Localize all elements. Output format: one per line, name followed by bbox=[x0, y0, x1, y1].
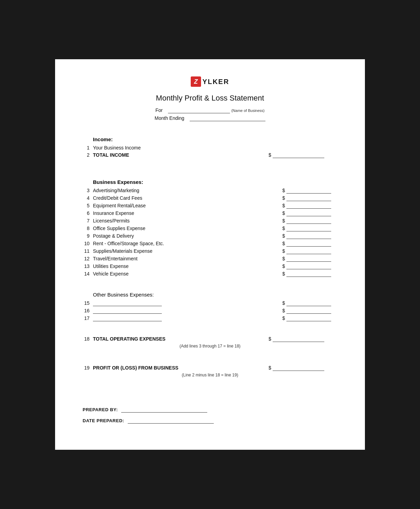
amount-field[interactable]: $ bbox=[282, 256, 337, 262]
line-row: 3 Advertising/Marketing $ bbox=[83, 188, 337, 194]
income-section: Income: 1 Your Business Income 2 TOTAL I… bbox=[83, 136, 337, 158]
other-expenses-section: Other Business Expenses: 15 $ 16 $ 17 $ bbox=[83, 292, 337, 321]
line-row: 13 Utilities Expense $ bbox=[83, 263, 337, 269]
line-label: Utilities Expense bbox=[93, 263, 282, 269]
line-number: 7 bbox=[83, 218, 93, 224]
line-row: 14 Vehicle Expense $ bbox=[83, 271, 337, 277]
amount-field[interactable]: $ bbox=[282, 218, 337, 224]
amount-field[interactable]: $ bbox=[282, 203, 337, 209]
line-number: 4 bbox=[83, 195, 93, 201]
line-label: Advertising/Marketing bbox=[93, 188, 282, 193]
business-name-field[interactable] bbox=[168, 107, 230, 113]
line19-note: (Line 2 minus line 18 = line 19) bbox=[83, 373, 337, 377]
line-row: 17 $ bbox=[83, 315, 337, 321]
line-label: Rent - Office/Storage Space, Etc. bbox=[93, 241, 282, 246]
footer-section: PREPARED BY: DATE PREPARED: bbox=[83, 407, 337, 424]
line-number: 18 bbox=[83, 336, 93, 342]
logo-z-icon: Z bbox=[191, 76, 201, 87]
line-number: 14 bbox=[83, 271, 93, 277]
profit-loss-field[interactable]: $ bbox=[269, 365, 337, 371]
line-row: 16 $ bbox=[83, 308, 337, 314]
line-label: Credit/Debit Card Fees bbox=[93, 195, 282, 201]
amount-field[interactable]: $ bbox=[282, 226, 337, 231]
month-ending-label: Month Ending bbox=[155, 115, 184, 121]
line-row: 1 Your Business Income bbox=[83, 145, 337, 150]
amount-field[interactable]: $ bbox=[282, 188, 337, 194]
line-number: 9 bbox=[83, 233, 93, 239]
line-label-blank[interactable] bbox=[93, 315, 282, 321]
total-operating-label: TOTAL OPERATING EXPENSES bbox=[93, 336, 269, 342]
dollar-sign: $ bbox=[269, 336, 271, 342]
line-label: TOTAL INCOME bbox=[93, 152, 269, 158]
amount-field[interactable]: $ bbox=[282, 195, 337, 201]
line-number: 3 bbox=[83, 188, 93, 193]
date-prepared-label: DATE PREPARED: bbox=[83, 418, 124, 423]
other-expenses-heading: Other Business Expenses: bbox=[93, 292, 337, 298]
line-row: 11 Supplies/Materials Expense $ bbox=[83, 248, 337, 254]
line-number: 10 bbox=[83, 241, 93, 246]
document-page: Z YLKER Monthly Profit & Loss Statement … bbox=[55, 59, 365, 450]
amount-field[interactable]: $ bbox=[282, 210, 337, 216]
date-prepared-field[interactable] bbox=[128, 418, 214, 424]
prepared-by-row: PREPARED BY: bbox=[83, 407, 337, 413]
line-row: 5 Equipment Rental/Lease $ bbox=[83, 203, 337, 209]
expenses-section: Business Expenses: 3 Advertising/Marketi… bbox=[83, 179, 337, 277]
line-number: 11 bbox=[83, 248, 93, 254]
prepared-by-field[interactable] bbox=[121, 407, 207, 413]
line-number: 6 bbox=[83, 210, 93, 216]
line-row: 9 Postage & Delivery $ bbox=[83, 233, 337, 239]
total-income-input[interactable] bbox=[273, 152, 324, 158]
line-label: Vehicle Expense bbox=[93, 271, 282, 277]
dollar-sign: $ bbox=[269, 152, 271, 158]
line18-note: (Add lines 3 through 17 = line 18) bbox=[83, 344, 337, 349]
profit-loss-label: PROFIT OR (LOSS) FROM BUSINESS bbox=[93, 365, 269, 371]
line-row: 8 Office Supplies Expense $ bbox=[83, 226, 337, 231]
line-number: 16 bbox=[83, 308, 93, 313]
line-number: 5 bbox=[83, 203, 93, 208]
amount-field[interactable]: $ bbox=[282, 263, 337, 269]
line-row: 6 Insurance Expense $ bbox=[83, 210, 337, 216]
total-operating-input[interactable] bbox=[273, 336, 324, 342]
brand-name: YLKER bbox=[202, 78, 229, 86]
line-number: 13 bbox=[83, 263, 93, 269]
line-label: Licenses/Permits bbox=[93, 218, 282, 224]
line-label-blank[interactable] bbox=[93, 308, 282, 314]
month-ending-field[interactable] bbox=[190, 115, 265, 121]
month-ending-line: Month Ending bbox=[83, 115, 337, 121]
logo-area: Z YLKER bbox=[83, 76, 337, 87]
amount-field[interactable]: $ bbox=[282, 300, 337, 306]
amount-field[interactable]: $ bbox=[282, 308, 337, 314]
profit-loss-section: 19 PROFIT OR (LOSS) FROM BUSINESS $ (Lin… bbox=[83, 365, 337, 377]
dollar-sign: $ bbox=[269, 365, 271, 371]
line-number: 19 bbox=[83, 365, 93, 371]
line-row: 12 Travel/Entertainment $ bbox=[83, 256, 337, 262]
line-number: 15 bbox=[83, 300, 93, 306]
total-income-field[interactable]: $ bbox=[269, 152, 337, 158]
amount-field[interactable]: $ bbox=[282, 241, 337, 247]
amount-field[interactable]: $ bbox=[282, 271, 337, 277]
total-operating-section: 18 TOTAL OPERATING EXPENSES $ (Add lines… bbox=[83, 336, 337, 349]
for-line: For (Name of Business) bbox=[83, 107, 337, 113]
line-label: Supplies/Materials Expense bbox=[93, 248, 282, 254]
logo-badge: Z YLKER bbox=[191, 76, 229, 87]
line-label: Your Business Income bbox=[93, 145, 269, 150]
line-row: 10 Rent - Office/Storage Space, Etc. $ bbox=[83, 241, 337, 247]
document-title: Monthly Profit & Loss Statement bbox=[83, 94, 337, 103]
line-row: 2 TOTAL INCOME $ bbox=[83, 152, 337, 158]
prepared-by-label: PREPARED BY: bbox=[83, 407, 118, 412]
line-label: Postage & Delivery bbox=[93, 233, 282, 239]
amount-field[interactable]: $ bbox=[282, 248, 337, 254]
profit-loss-input[interactable] bbox=[273, 365, 324, 371]
line-row-18: 18 TOTAL OPERATING EXPENSES $ bbox=[83, 336, 337, 342]
line-row: 15 $ bbox=[83, 300, 337, 306]
line-label: Equipment Rental/Lease bbox=[93, 203, 282, 208]
total-operating-field[interactable]: $ bbox=[269, 336, 337, 342]
amount-field[interactable]: $ bbox=[282, 233, 337, 239]
line-label-blank[interactable] bbox=[93, 300, 282, 306]
income-heading: Income: bbox=[93, 136, 337, 142]
name-of-business-label: (Name of Business) bbox=[231, 108, 265, 113]
line-row: 7 Licenses/Permits $ bbox=[83, 218, 337, 224]
line-label: Insurance Expense bbox=[93, 210, 282, 216]
line-number: 8 bbox=[83, 226, 93, 231]
amount-field[interactable]: $ bbox=[282, 315, 337, 321]
